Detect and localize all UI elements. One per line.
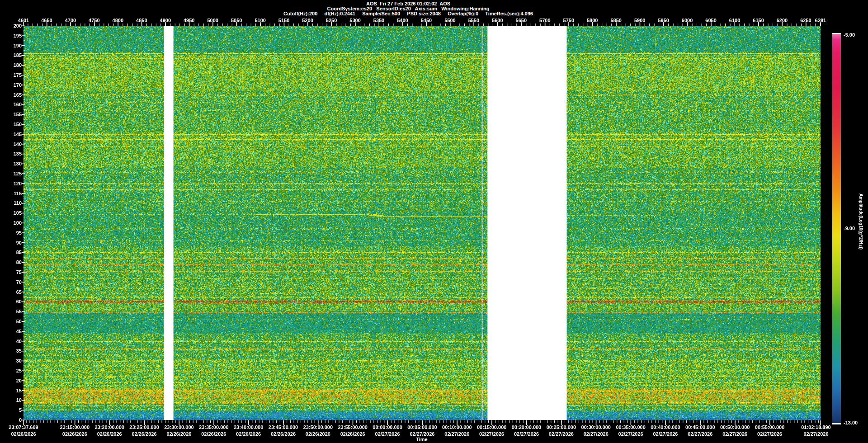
- record-axis-tick-label: 5750: [563, 18, 574, 23]
- time-axis-tick-label: 23:40:00.00002/26/2026: [234, 424, 263, 438]
- freq-axis-tick-label: 180: [2, 62, 22, 68]
- freq-axis-tick-label: 95: [2, 230, 22, 236]
- freq-axis-tick-label: 145: [2, 132, 22, 137]
- freq-axis-tick-label: 175: [2, 72, 22, 78]
- freq-axis-tick-label: 0: [2, 417, 22, 423]
- freq-axis-tick-label: 100: [2, 220, 22, 226]
- record-axis-tick-label: 5850: [610, 18, 621, 23]
- record-axis-tick-label: 6050: [705, 18, 716, 23]
- freq-axis-tick-label: 80: [2, 259, 22, 265]
- freq-axis-tick-label: 40: [2, 339, 22, 344]
- freq-axis-tick-label: 200: [2, 23, 22, 28]
- record-axis-tick-label: 5250: [326, 18, 337, 23]
- freq-axis-tick-label: 185: [2, 52, 22, 58]
- freq-axis-tick-label: 110: [2, 200, 22, 206]
- freq-axis-tick-label: 65: [2, 289, 22, 295]
- aos-spectrogram-window: AOS Fri 27 Feb 2026 01:02:02 AOS CoordSy…: [0, 0, 868, 443]
- time-axis-tick-label: 00:10:00.00002/27/2026: [442, 424, 472, 438]
- freq-axis-tick-label: 120: [2, 181, 22, 186]
- time-axis-tick-label: 23:45:00.00002/26/2026: [269, 424, 298, 438]
- freq-axis-tick-label: 50: [2, 319, 22, 324]
- freq-axis-tick-label: 90: [2, 240, 22, 245]
- freq-axis-tick-label: 60: [2, 299, 22, 304]
- record-axis-tick-label: 5400: [397, 18, 408, 23]
- time-axis-tick-label: 23:55:00.00002/26/2026: [338, 424, 367, 438]
- time-axis-tick-label: 00:35:00.00002/27/2026: [616, 424, 645, 438]
- record-axis-tick-label: 5700: [539, 18, 550, 23]
- time-axis-tick-label: 00:45:00.00002/27/2026: [685, 424, 715, 438]
- record-axis-tick-label: 5150: [278, 18, 289, 23]
- freq-axis-tick-label: 190: [2, 43, 22, 48]
- record-axis-tick-label: 5200: [302, 18, 313, 23]
- record-axis-tick-label: 6250: [800, 18, 811, 23]
- record-axis-tick-label: 5000: [207, 18, 218, 23]
- record-axis-tick-label: 4650: [41, 18, 52, 23]
- freq-axis-tick-label: 115: [2, 191, 22, 196]
- time-axis-tick-label: 23:25:00.00002/26/2026: [129, 424, 159, 438]
- time-axis-tick-label: 23:35:00.00002/26/2026: [199, 424, 228, 438]
- time-axis-tick-label: 01:02:18.89002/27/2026: [801, 424, 830, 438]
- record-axis-tick-label: 5800: [587, 18, 598, 23]
- record-axis-tick-label: 5050: [231, 18, 242, 23]
- time-axis-tick-label: 23:07:37.60902/26/2026: [9, 424, 38, 438]
- time-axis-tick-label: 23:50:00.00002/26/2026: [303, 424, 333, 438]
- record-axis-tick-label: 4601: [18, 18, 29, 23]
- record-axis-tick-label: 4900: [160, 18, 171, 23]
- colorbar-axis-title: Amplitude(Log10(g^2/Hz)): [859, 193, 863, 250]
- record-axis-tick-label: 4950: [184, 18, 194, 23]
- freq-axis-tick-label: 35: [2, 348, 22, 353]
- record-axis-tick-label: 5950: [658, 18, 669, 23]
- time-axis-tick-label: 00:25:00.00002/27/2026: [547, 424, 576, 438]
- record-axis-tick-label: 5300: [349, 18, 360, 23]
- freq-axis-tick-label: 155: [2, 112, 22, 117]
- record-axis-tick-label: 4800: [113, 18, 123, 23]
- colorbar-min-label: -13.00: [844, 420, 858, 425]
- freq-axis-tick-label: 45: [2, 329, 22, 334]
- record-axis-tick-label: 5650: [516, 18, 527, 23]
- record-axis-tick-label: 5500: [444, 18, 455, 23]
- record-axis-tick-label: 4850: [136, 18, 147, 23]
- freq-axis-tick-label: 75: [2, 269, 22, 275]
- time-axis-tick-label: 00:55:00.00002/27/2026: [755, 424, 784, 438]
- time-axis-tick-label: 23:30:00.00002/26/2026: [164, 424, 193, 438]
- freq-axis-tick-label: 135: [2, 151, 22, 156]
- record-axis-tick-label: 6281: [815, 18, 826, 23]
- record-axis-tick-label: 4750: [89, 18, 99, 23]
- freq-axis-tick-label: 15: [2, 388, 22, 393]
- time-axis-tick-label: 00:20:00.00002/27/2026: [512, 424, 541, 438]
- freq-axis-tick-label: 85: [2, 250, 22, 255]
- freq-axis-tick-label: 105: [2, 210, 22, 216]
- axes-ticks-layer: [0, 0, 868, 443]
- time-axis-tick-label: 00:30:00.00002/27/2026: [581, 424, 611, 438]
- freq-axis-tick-label: 170: [2, 82, 22, 88]
- time-axis-tick-label: 00:15:00.00002/27/2026: [477, 424, 506, 438]
- time-axis-tick-label: 23:15:00.00002/26/2026: [60, 424, 90, 438]
- freq-axis-tick-label: 5: [2, 407, 22, 413]
- freq-axis-tick-label: 55: [2, 309, 22, 314]
- time-axis-tick-label: 00:05:00.00002/27/2026: [407, 424, 437, 438]
- record-axis-tick-label: 6200: [777, 18, 788, 23]
- freq-axis-tick-label: 25: [2, 368, 22, 373]
- time-axis-tick-label: 00:50:00.00002/27/2026: [720, 424, 750, 438]
- time-axis-tick-label: 00:40:00.00002/27/2026: [651, 424, 680, 438]
- record-axis-tick-label: 6000: [682, 18, 693, 23]
- freq-axis-tick-label: 195: [2, 33, 22, 38]
- time-axis-title: Time: [416, 437, 427, 442]
- freq-axis-tick-label: 150: [2, 122, 22, 127]
- time-axis-tick-label: 00:00:00.00002/27/2026: [373, 424, 402, 438]
- record-axis-tick-label: 4700: [65, 18, 76, 23]
- record-axis-tick-label: 5100: [255, 18, 265, 23]
- freq-axis-tick-label: 165: [2, 92, 22, 98]
- record-axis-tick-label: 6100: [729, 18, 740, 23]
- freq-axis-tick-label: 30: [2, 358, 22, 363]
- freq-axis-tick-label: 130: [2, 161, 22, 166]
- record-axis-tick-label: 5350: [373, 18, 384, 23]
- colorbar-max-label: -5.00: [844, 32, 855, 38]
- time-axis-tick-label: 23:20:00.00002/26/2026: [94, 424, 124, 438]
- freq-axis-tick-label: 140: [2, 141, 22, 147]
- record-axis-tick-label: 5450: [421, 18, 432, 23]
- record-axis-tick-label: 6150: [753, 18, 764, 23]
- freq-axis-tick-label: 160: [2, 102, 22, 107]
- freq-axis-tick-label: 20: [2, 378, 22, 383]
- freq-axis-tick-label: 125: [2, 171, 22, 176]
